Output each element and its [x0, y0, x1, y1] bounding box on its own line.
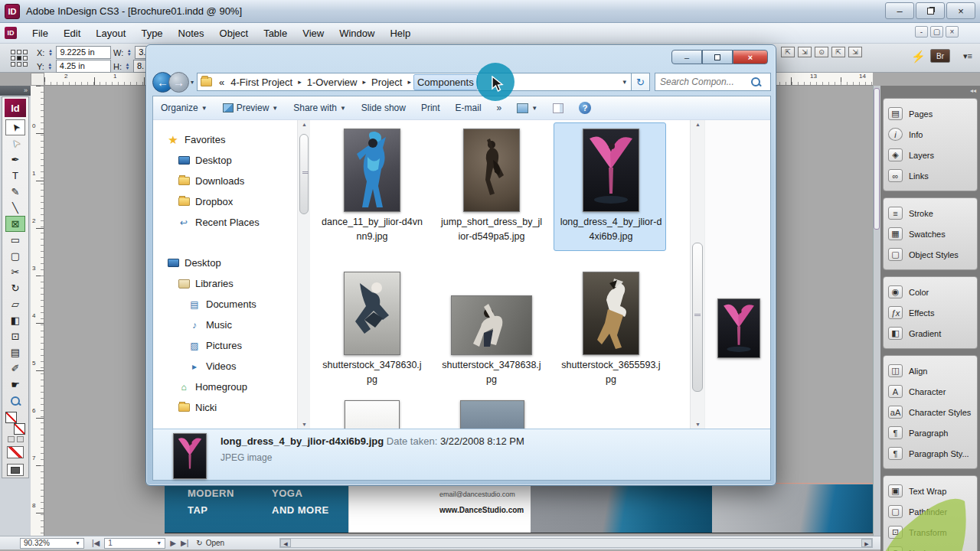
y-spinner[interactable]: ▲▼ — [47, 60, 54, 73]
menu-file[interactable]: File — [24, 24, 56, 42]
explorer-minimize-button[interactable]: – — [671, 50, 702, 64]
panel-button-color[interactable]: ◉Color — [888, 282, 977, 302]
change-view-button[interactable]: ▼ — [509, 103, 545, 113]
panel-button-gradient[interactable]: ◧Gradient — [888, 323, 977, 344]
slide-show-button[interactable]: Slide show — [354, 103, 413, 113]
sidebar-scrollbar[interactable]: ▲ ▼ — [297, 120, 310, 429]
breadcrumb-segment[interactable]: Project — [368, 75, 405, 90]
x-spinner[interactable]: ▲▼ — [47, 47, 54, 59]
rotate-tool[interactable]: ↻ — [5, 280, 25, 296]
breadcrumb-segment[interactable]: 4-First Project — [227, 75, 296, 90]
scroll-up-arrow[interactable]: ▲ — [691, 122, 705, 127]
h-spinner[interactable]: ▲▼ — [124, 60, 131, 73]
panel-button-object-styles[interactable]: ▢Object Styles — [888, 244, 977, 265]
close-button[interactable]: × — [946, 2, 975, 19]
menu-type[interactable]: Type — [133, 24, 170, 42]
sidebar-item-libraries[interactable]: Libraries — [153, 273, 297, 294]
sidebar-item-videos[interactable]: ▸Videos — [153, 356, 297, 377]
pen-tool[interactable]: ✒ — [5, 152, 25, 168]
eyedropper-tool[interactable]: ✐ — [5, 360, 25, 377]
panel-button-paragraph-styles[interactable]: ¶Paragraph Sty... — [888, 443, 977, 464]
next-page-button[interactable]: ▶ — [170, 539, 176, 547]
preview-button[interactable]: Preview▼ — [215, 103, 286, 113]
w-spinner[interactable]: ▲▼ — [126, 47, 132, 59]
email-button[interactable]: E-mail — [448, 103, 489, 113]
panel-button-effects[interactable]: ƒxEffects — [888, 302, 977, 323]
explorer-maximize-button[interactable] — [702, 50, 733, 64]
fit-content-button[interactable]: ⇱ — [781, 47, 795, 57]
file-item-selected[interactable]: long_dress_4_by_jlior-d4xi6b9.jpg — [554, 128, 668, 244]
share-with-button[interactable]: Share with▼ — [286, 103, 354, 113]
forward-button[interactable]: → — [168, 72, 189, 93]
sidebar-item-nicki[interactable]: Nicki — [153, 397, 297, 418]
direct-selection-tool[interactable]: ➤ — [5, 135, 25, 152]
panel-button-stroke[interactable]: ≡Stroke — [888, 203, 977, 223]
panel-button-paragraph[interactable]: ¶Paragraph — [888, 422, 977, 443]
free-transform-tool[interactable]: ⊡ — [5, 328, 25, 344]
doc-close-button[interactable]: × — [946, 26, 959, 37]
menu-edit[interactable]: Edit — [56, 24, 88, 42]
zoom-level-combo[interactable]: 90.32% ▼ — [20, 538, 84, 549]
page-number-combo[interactable]: 1 ▼ — [104, 538, 165, 549]
menu-notes[interactable]: Notes — [171, 24, 212, 42]
panel-button-pathfinder[interactable]: ▢Pathfinder — [888, 501, 977, 522]
file-item[interactable]: shutterstock_3655593.jpg — [554, 271, 668, 387]
scissors-tool[interactable]: ✂ — [5, 264, 25, 280]
sidebar-item-dropbox[interactable]: Dropbox — [153, 191, 297, 212]
scroll-right-arrow[interactable]: ▶ — [861, 539, 872, 547]
file-item[interactable]: jump_short_dress_by_jlior-d549pa5.jpg — [434, 128, 549, 244]
recent-pages-dropdown[interactable]: ▾ — [191, 79, 194, 86]
rectangle-tool[interactable]: ▭ — [5, 232, 25, 248]
breadcrumb-overflow[interactable]: « — [216, 75, 227, 90]
formatting-affects-buttons[interactable] — [8, 436, 24, 442]
panel-button-align[interactable]: ◫Align — [888, 360, 977, 381]
fit-frame-button[interactable]: ⇲ — [798, 47, 812, 57]
panel-button-links[interactable]: ∞Links — [888, 165, 977, 186]
fill-stroke-swatches[interactable] — [5, 412, 25, 435]
sidebar-item-favorites[interactable]: ★Favorites — [153, 129, 297, 150]
panel-button-pages[interactable]: ▤Pages — [888, 103, 977, 124]
panel-button-navigator[interactable]: ⊛Navigator — [888, 543, 977, 551]
panel-button-layers[interactable]: ◈Layers — [888, 145, 977, 165]
panel-button-text-wrap[interactable]: ▣Text Wrap — [888, 481, 977, 501]
view-mode-button[interactable] — [7, 464, 24, 476]
menu-window[interactable]: Window — [332, 24, 382, 42]
menu-object[interactable]: Object — [212, 24, 256, 42]
explorer-close-button[interactable]: × — [733, 50, 768, 64]
search-input[interactable] — [655, 77, 750, 87]
fill-frame-button[interactable]: ⇲ — [848, 47, 862, 57]
sidebar-item-homegroup[interactable]: ⌂Homegroup — [153, 377, 297, 397]
x-field[interactable]: 9.2225 in — [56, 46, 111, 59]
y-field[interactable]: 4.25 in — [56, 60, 111, 73]
file-item[interactable]: dance_11_by_jlior-d4vnnn9.jpg — [315, 128, 430, 244]
doc-minimize-button[interactable]: - — [915, 26, 928, 37]
scroll-down-arrow[interactable]: ▼ — [298, 422, 311, 427]
bridge-icon[interactable]: Br — [930, 49, 950, 63]
thumbnail-image-partial[interactable] — [345, 400, 400, 429]
scroll-left-arrow[interactable]: ◀ — [280, 539, 291, 547]
horizontal-scrollbar[interactable]: ◀ ▶ — [279, 538, 873, 548]
rectangle-frame-tool[interactable]: ⊠ — [5, 216, 25, 232]
ruler-origin-corner[interactable] — [31, 73, 44, 86]
menu-table[interactable]: Table — [256, 24, 295, 42]
preview-pane-button[interactable] — [545, 103, 571, 113]
file-list-scrollbar[interactable]: ▲ ▼ — [690, 120, 704, 429]
center-content-button[interactable]: ⊙ — [815, 47, 828, 57]
sidebar-item-pictures[interactable]: ▨Pictures — [153, 335, 297, 356]
apply-none-button[interactable] — [7, 446, 24, 458]
more-commands-button[interactable]: » — [489, 103, 510, 113]
reference-point-proxy[interactable] — [11, 50, 28, 67]
sidebar-item-documents[interactable]: ▤Documents — [153, 294, 297, 315]
panel-menu-icon[interactable]: ▾≡ — [963, 51, 972, 61]
pencil-tool[interactable]: ✎ — [5, 184, 25, 200]
search-box[interactable] — [655, 73, 771, 91]
toolbox-collapse-button[interactable]: » — [0, 86, 31, 96]
note-tool[interactable]: ▤ — [5, 344, 25, 360]
menu-help[interactable]: Help — [382, 24, 418, 42]
file-item[interactable]: shutterstock_3478638.jpg — [434, 271, 549, 387]
scroll-up-arrow[interactable]: ▲ — [298, 122, 311, 127]
sidebar-item-desktop[interactable]: Desktop — [153, 150, 297, 171]
panel-button-swatches[interactable]: ▦Swatches — [888, 223, 977, 244]
sidebar-item-downloads[interactable]: Downloads — [153, 171, 297, 191]
scroll-down-arrow[interactable]: ▼ — [691, 422, 705, 427]
